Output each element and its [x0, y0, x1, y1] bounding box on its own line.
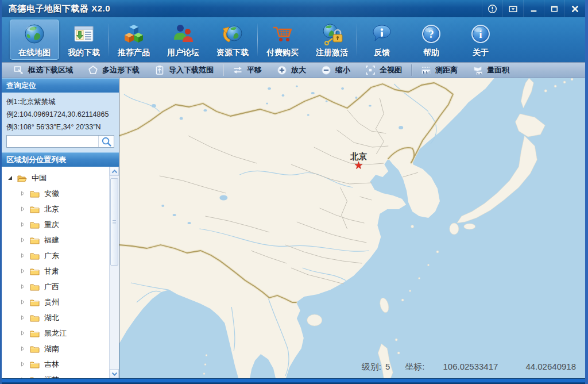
globe-icon [23, 22, 46, 46]
full-view-icon [365, 65, 376, 75]
folder-closed-icon [30, 221, 40, 229]
coordinate-latitude: 44.02640918 [525, 362, 576, 371]
beijing-label: 北京 [350, 152, 367, 161]
toolbar-button-feedback[interactable]: 反馈 [357, 20, 407, 60]
tree-collapsed-icon[interactable] [20, 331, 25, 336]
maptool-area[interactable]: 量面积 [465, 63, 517, 78]
toolbar-button-label: 反馈 [374, 48, 390, 58]
tree-collapsed-icon[interactable] [20, 237, 25, 243]
map-area[interactable]: 北京 级别: 5 坐标: 106.02533417 44.02640918 [119, 78, 585, 378]
search-input[interactable] [7, 136, 98, 147]
tree-collapsed-icon[interactable] [20, 268, 25, 274]
tree-collapsed-icon[interactable] [20, 206, 25, 212]
tree-item-province[interactable]: 广东 [2, 248, 119, 263]
box-select-icon [14, 65, 24, 75]
tree-item-province[interactable]: 黑龙江 [2, 325, 119, 341]
toolbar-button-label: 在线地图 [18, 48, 51, 58]
maptool-pan[interactable]: 平移 [225, 63, 269, 78]
tree-item-province[interactable]: 广西 [2, 279, 119, 294]
zoom-level-label: 级别: [362, 362, 381, 373]
tree-item-province[interactable]: 北京 [2, 201, 119, 217]
scroll-down-button[interactable] [110, 369, 119, 378]
toolbar-button-help[interactable]: ?帮助 [407, 20, 456, 60]
window-controls [482, 0, 585, 17]
maptool-label: 量面积 [487, 65, 509, 75]
toolbar-button-cubes[interactable]: 推荐产品 [109, 20, 158, 60]
maptool-full-view[interactable]: 全视图 [358, 63, 409, 78]
toolbar-button-label: 用户论坛 [167, 48, 199, 58]
tree-collapsed-icon[interactable] [20, 299, 25, 305]
toolbar-button-label: 帮助 [423, 48, 439, 58]
maptool-polygon[interactable]: 多边形下载 [80, 63, 147, 78]
maptool-zoom-out[interactable]: 缩小 [314, 63, 358, 78]
maptool-zoom-in[interactable]: 放大 [269, 63, 314, 78]
toolbar-button-cart[interactable]: 付费购买 [258, 20, 307, 60]
window-bottom-frame [2, 378, 585, 384]
tree-expanded-icon[interactable] [7, 175, 13, 181]
coordinate-label: 坐标: [405, 362, 424, 373]
coordinate-longitude: 106.02533417 [443, 362, 498, 371]
tree-item-province[interactable]: 湖北 [2, 310, 119, 325]
tree-collapsed-icon[interactable] [20, 346, 25, 351]
tree-collapsed-icon[interactable] [20, 222, 25, 227]
scroll-up-button[interactable] [110, 167, 119, 176]
tree-scrollbar[interactable] [109, 167, 119, 378]
maptool-ruler[interactable]: 测距离 [413, 63, 465, 78]
tree-item-province[interactable]: 江苏 [2, 372, 119, 378]
tree-item-province[interactable]: 贵州 [2, 294, 119, 310]
map-status: 级别: 5 坐标: 106.02533417 44.02640918 [362, 362, 576, 373]
activate-icon [320, 22, 343, 46]
pan-icon [233, 65, 243, 75]
maptool-import[interactable]: 导入下载范围 [147, 63, 221, 78]
toolbar-button-label: 付费购买 [266, 48, 299, 58]
maptool-box-select[interactable]: 框选下载区域 [6, 63, 80, 78]
tree-collapsed-icon[interactable] [20, 284, 25, 289]
tree-collapsed-icon[interactable] [20, 377, 25, 378]
tree-item-province[interactable]: 重庆 [2, 217, 119, 232]
zoom-in-icon [277, 65, 287, 75]
tree-panel-header: 区域划分位置列表 [2, 152, 119, 167]
skin-menu-icon [508, 4, 518, 14]
minimize-button[interactable] [523, 0, 544, 17]
toolbar-button-globe[interactable]: 在线地图 [10, 20, 59, 60]
tree-collapsed-icon[interactable] [20, 315, 25, 320]
tree-item-province[interactable]: 湖南 [2, 341, 119, 356]
main-toolbar: 在线地图我的下载推荐产品用户论坛资源下载付费购买注册激活反馈?帮助i关于 [2, 17, 585, 62]
china-map[interactable]: 北京 [119, 78, 585, 378]
folder-closed-icon [30, 267, 40, 275]
tree-item-province[interactable]: 吉林 [2, 356, 119, 372]
toolbar-button-activate[interactable]: 注册激活 [307, 20, 357, 60]
resource-icon [221, 22, 244, 46]
cart-icon [271, 22, 294, 46]
tree-item-province[interactable]: 甘肃 [2, 263, 119, 279]
maptool-divider [223, 64, 223, 76]
sidebar: 查询定位 例1:北京紫禁城 例2:104.09691724,30.6211486… [2, 78, 119, 378]
tree-item-label: 广东 [44, 251, 59, 261]
feedback-icon [370, 22, 393, 46]
tree-item-root[interactable]: 中国 [2, 170, 119, 186]
skin-menu-button[interactable] [502, 0, 523, 17]
scrollbar-thumb[interactable] [110, 178, 118, 266]
zoom-out-icon [321, 65, 331, 75]
window-title: 高德电子地图下载器 X2.0 [2, 3, 110, 14]
info-button[interactable] [482, 0, 502, 17]
tree-collapsed-icon[interactable] [20, 362, 25, 367]
toolbar-button-downloads[interactable]: 我的下载 [59, 20, 109, 60]
maximize-button[interactable] [544, 0, 564, 17]
minimize-icon [529, 4, 539, 14]
tree-item-province[interactable]: 福建 [2, 232, 119, 248]
toolbar-button-about[interactable]: i关于 [456, 20, 505, 60]
maptool-divider [411, 64, 412, 76]
tree-collapsed-icon[interactable] [20, 191, 25, 196]
search-button[interactable] [98, 136, 114, 147]
tree-collapsed-icon[interactable] [20, 253, 25, 258]
toolbar-button-users[interactable]: 用户论坛 [158, 20, 208, 60]
search-example-2: 例2:104.09691724,30.62114865 [6, 108, 114, 121]
svg-text:i: i [479, 28, 482, 40]
close-button[interactable] [564, 0, 585, 17]
info-circle-icon [488, 4, 497, 14]
tree-item-label: 湖北 [44, 313, 59, 323]
toolbar-button-resource[interactable]: 资源下载 [208, 20, 257, 60]
search-icon [101, 136, 112, 147]
tree-item-province[interactable]: 安徽 [2, 186, 119, 201]
